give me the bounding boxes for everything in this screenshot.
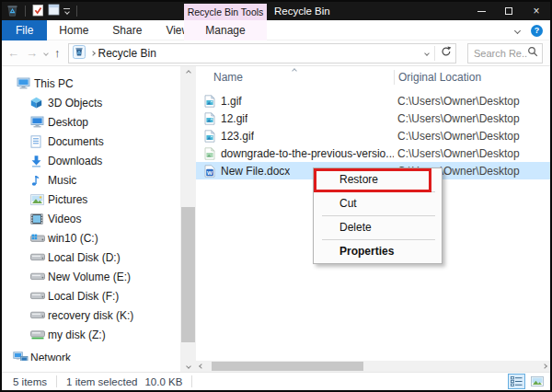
scroll-left-icon[interactable] bbox=[196, 361, 207, 372]
sidebar-item[interactable]: Network bbox=[2, 348, 180, 361]
sidebar-item[interactable]: Videos bbox=[2, 209, 180, 228]
selection-size: 10.0 KB bbox=[144, 376, 182, 387]
ribbon-tab[interactable]: Share bbox=[100, 20, 154, 40]
image-file-icon bbox=[204, 130, 221, 143]
sidebar-item[interactable]: Local Disk (F:) bbox=[2, 286, 180, 306]
explorer-window: Recycle Bin Tools Recycle Bin × FileHome… bbox=[0, 0, 552, 392]
vertical-scrollbar-thumb[interactable] bbox=[181, 207, 195, 342]
titlebar: Recycle Bin Tools Recycle Bin × bbox=[2, 2, 550, 20]
scrollbar-row bbox=[2, 361, 550, 372]
divider bbox=[191, 375, 192, 387]
navigation-buttons: ← → ↑ bbox=[7, 46, 61, 60]
sidebar-item[interactable]: Downloads bbox=[2, 151, 180, 170]
recent-locations-icon[interactable] bbox=[43, 51, 49, 56]
horizontal-scrollbar[interactable] bbox=[196, 361, 550, 372]
contextual-tab-group: Recycle Bin Tools bbox=[184, 4, 267, 20]
ribbon-tab[interactable]: File bbox=[2, 20, 47, 40]
image-file-icon bbox=[204, 95, 221, 108]
sidebar-item[interactable]: New Volume (E:) bbox=[2, 267, 180, 286]
maximize-button[interactable] bbox=[495, 2, 523, 20]
sidebar-item[interactable]: win10 (C:) bbox=[2, 228, 180, 248]
details-view-icon[interactable] bbox=[508, 374, 525, 389]
file-rows: 1.gif C:\Users\Owner\Desktop 12.gif C:\U… bbox=[196, 92, 550, 179]
divider bbox=[25, 6, 26, 17]
ribbon-tab[interactable]: Manage bbox=[184, 20, 267, 40]
thumbnail-view-icon[interactable] bbox=[528, 374, 546, 389]
quick-access-toolbar bbox=[2, 4, 80, 19]
column-header-original-location[interactable]: Original Location bbox=[394, 70, 481, 85]
sidebar-item[interactable]: Local Disk (D:) bbox=[2, 248, 180, 267]
context-menu-item[interactable]: Properties bbox=[314, 240, 442, 263]
breadcrumb[interactable]: Recycle Bin bbox=[98, 47, 156, 60]
scroll-right-icon[interactable] bbox=[539, 361, 550, 372]
main-area: This PC 3D Objects Desktop Documents Dow… bbox=[2, 66, 550, 361]
horizontal-scrollbar-thumb[interactable] bbox=[212, 362, 363, 371]
folder-icon[interactable] bbox=[48, 4, 60, 18]
toolbar-chevron-icon[interactable] bbox=[63, 8, 70, 14]
refresh-icon[interactable] bbox=[441, 46, 452, 60]
sidebar-item[interactable]: my disk (Z:) bbox=[2, 325, 180, 344]
search-input[interactable]: Search Re... bbox=[474, 48, 527, 59]
divider bbox=[434, 46, 435, 61]
recycle-bin-icon bbox=[6, 4, 18, 19]
close-button[interactable]: × bbox=[523, 2, 550, 20]
address-toolbar: ← → ↑ Recycle Bin Search Re... bbox=[2, 40, 550, 66]
breadcrumb-chevron-icon[interactable] bbox=[90, 51, 96, 56]
address-dropdown-icon[interactable] bbox=[424, 51, 430, 56]
sidebar-bottom-spacer bbox=[2, 361, 180, 372]
drive-icon bbox=[30, 253, 48, 261]
context-menu-item[interactable]: Delete bbox=[314, 216, 442, 239]
pictures-icon bbox=[30, 194, 48, 205]
sidebar-item[interactable]: recovery disk (K:) bbox=[2, 306, 180, 325]
recycle-bin-icon[interactable] bbox=[73, 45, 86, 62]
back-icon[interactable]: ← bbox=[7, 46, 19, 60]
file-row[interactable]: downgrade-to-the-previous-versio... C:\U… bbox=[196, 144, 550, 162]
file-row[interactable]: 12.gif C:\Users\Owner\Desktop bbox=[196, 110, 550, 127]
sidebar-item[interactable]: Pictures bbox=[2, 190, 180, 209]
drive-icon bbox=[30, 292, 48, 300]
music-icon bbox=[30, 174, 48, 187]
this-pc-icon bbox=[17, 77, 34, 89]
properties-check-icon[interactable] bbox=[32, 4, 44, 19]
sidebar-item[interactable]: Music bbox=[2, 170, 180, 190]
network-icon bbox=[13, 352, 30, 361]
search-box[interactable]: Search Re... bbox=[467, 43, 543, 63]
file-row[interactable]: 1.gif C:\Users\Owner\Desktop bbox=[196, 92, 550, 110]
selection-count: 1 item selected bbox=[66, 376, 137, 387]
vertical-scrollbar[interactable] bbox=[180, 66, 196, 361]
forward-icon[interactable]: → bbox=[26, 46, 38, 60]
drive-icon bbox=[30, 272, 48, 281]
ribbon-tabs: FileHomeShareViewManage bbox=[2, 20, 550, 40]
network-drive-icon bbox=[30, 330, 48, 340]
scroll-down-icon[interactable] bbox=[180, 361, 196, 372]
drive-icon bbox=[30, 311, 48, 319]
up-icon[interactable]: ↑ bbox=[54, 46, 61, 60]
sidebar-item[interactable]: 3D Objects bbox=[2, 93, 180, 112]
word-file-icon: W bbox=[204, 165, 221, 178]
address-bar[interactable]: Recycle Bin bbox=[68, 43, 457, 63]
context-menu-item[interactable]: Cut bbox=[314, 192, 442, 215]
ribbon-collapse-icon[interactable] bbox=[514, 27, 521, 33]
ribbon-tab[interactable]: Home bbox=[47, 20, 100, 40]
file-row[interactable]: 123.gif C:\Users\Owner\Desktop bbox=[196, 127, 550, 144]
3d-objects-icon bbox=[30, 97, 48, 109]
minimize-button[interactable] bbox=[467, 2, 495, 20]
sidebar-item[interactable]: This PC bbox=[2, 74, 180, 93]
videos-icon bbox=[30, 213, 48, 225]
search-icon[interactable] bbox=[527, 46, 538, 60]
divider bbox=[76, 6, 77, 17]
sidebar-item[interactable]: Desktop bbox=[2, 112, 180, 132]
desktop-icon bbox=[30, 116, 48, 128]
scroll-up-icon[interactable] bbox=[180, 66, 196, 79]
ribbon-right-controls: ? bbox=[515, 20, 543, 40]
image-file-icon bbox=[204, 112, 221, 125]
system-drive-icon bbox=[30, 234, 48, 243]
navigation-pane: This PC 3D Objects Desktop Documents Dow… bbox=[2, 66, 180, 361]
help-icon[interactable]: ? bbox=[531, 25, 543, 37]
sidebar-item[interactable]: Documents bbox=[2, 132, 180, 151]
window-controls: × bbox=[467, 2, 550, 20]
divider bbox=[56, 375, 57, 387]
window-title: Recycle Bin bbox=[274, 2, 330, 20]
documents-icon bbox=[30, 135, 48, 148]
view-toggle-buttons bbox=[508, 374, 546, 389]
